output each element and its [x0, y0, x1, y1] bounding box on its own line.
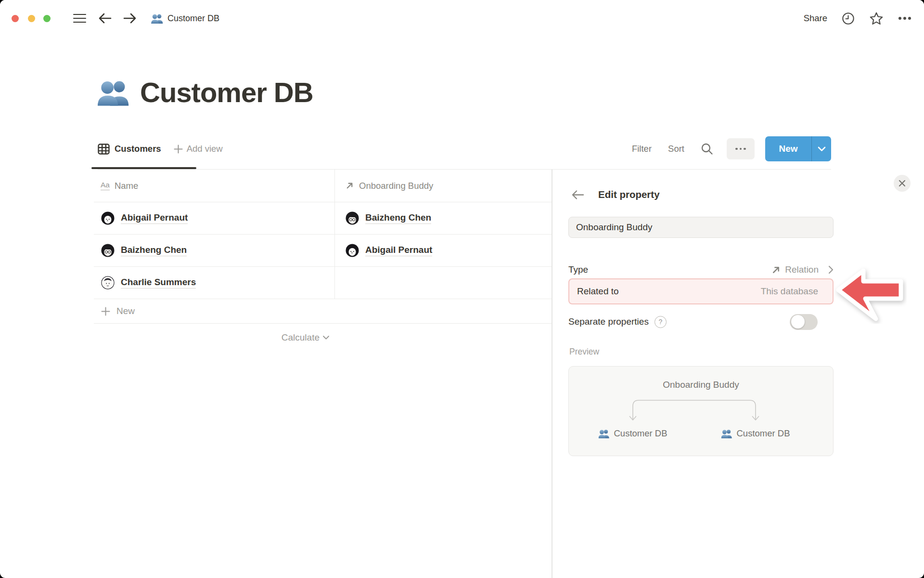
- sidebar-menu-button[interactable]: [71, 0, 88, 37]
- buddy-cell[interactable]: Abigail Pernaut: [334, 244, 432, 257]
- add-view-button[interactable]: Add view: [174, 144, 223, 154]
- preview-property-name: Onboarding Buddy: [569, 380, 833, 390]
- breadcrumb-label: Customer DB: [167, 13, 219, 24]
- preview-database-left: Customer DB: [598, 428, 667, 439]
- arrow-right-icon: [123, 12, 137, 25]
- column-header-onboarding-buddy[interactable]: Onboarding Buddy: [334, 181, 433, 191]
- avatar: [101, 211, 115, 225]
- notion-window: Customer DB Share Customer DB: [0, 0, 924, 578]
- table-row: Abigail Pernaut Baizheng Chen: [94, 202, 552, 235]
- calculate-label: Calculate: [282, 332, 320, 343]
- calculate-button[interactable]: Calculate: [282, 332, 334, 343]
- preview-database-left-label: Customer DB: [614, 428, 667, 439]
- close-window-button[interactable]: [12, 15, 19, 22]
- separate-properties-row: Separate properties ?: [568, 312, 834, 331]
- column-divider: [334, 202, 335, 234]
- more-options-icon[interactable]: [898, 16, 911, 20]
- panel-close-button[interactable]: [894, 175, 911, 192]
- separate-properties-toggle[interactable]: [790, 314, 818, 330]
- table-row: Baizheng Chen Abigail Pernaut: [94, 235, 552, 267]
- hamburger-icon: [73, 11, 86, 25]
- tab-customers-label: Customers: [115, 144, 161, 154]
- help-icon[interactable]: ?: [654, 316, 667, 328]
- zoom-window-button[interactable]: [43, 15, 51, 22]
- chevron-down-icon: [322, 335, 330, 340]
- type-value: Relation: [785, 264, 819, 275]
- nav-forward-button[interactable]: [121, 0, 139, 37]
- panel-title: Edit property: [598, 189, 660, 200]
- avatar: [101, 276, 115, 289]
- table-view-icon: [98, 144, 110, 155]
- property-name-input[interactable]: [568, 217, 834, 238]
- plus-icon: [101, 307, 110, 316]
- chevron-right-icon: [828, 265, 834, 274]
- separate-properties-label: Separate properties: [568, 316, 649, 327]
- people-icon: [98, 78, 129, 107]
- new-record-dropdown[interactable]: [812, 136, 831, 161]
- column-divider: [334, 267, 335, 299]
- name-cell[interactable]: Charlie Summers: [94, 276, 196, 289]
- people-icon: [598, 429, 609, 439]
- view-toolbar: Customers Add view Filter Sort New: [98, 136, 831, 161]
- record-name[interactable]: Baizheng Chen: [365, 212, 431, 224]
- avatar: [346, 244, 359, 257]
- relation-icon: [771, 265, 781, 275]
- favorite-star-icon[interactable]: [869, 12, 884, 26]
- search-icon[interactable]: [701, 143, 713, 155]
- page-header: Customer DB: [98, 76, 313, 108]
- relation-icon: [345, 181, 354, 190]
- arrow-left-icon: [98, 12, 112, 25]
- view-options-button[interactable]: [727, 138, 755, 159]
- column-name-label: Name: [115, 181, 138, 191]
- filter-button[interactable]: Filter: [632, 144, 652, 154]
- dots-icon: [735, 148, 738, 150]
- preview-section-label: Preview: [569, 347, 599, 357]
- record-name[interactable]: Abigail Pernaut: [121, 212, 188, 224]
- related-to-row[interactable]: Related to This database: [568, 278, 834, 304]
- calculate-row: Calculate: [94, 324, 334, 352]
- close-icon: [898, 180, 906, 187]
- relation-bracket-icon: [626, 394, 765, 422]
- buddy-cell[interactable]: Baizheng Chen: [334, 211, 431, 225]
- add-row-button[interactable]: New: [94, 299, 552, 324]
- plus-icon: [174, 144, 183, 154]
- share-button[interactable]: Share: [804, 13, 827, 24]
- database-table: Aa Name Onboarding Buddy Abigail Pernaut: [94, 170, 552, 352]
- active-tab-underline: [91, 167, 196, 169]
- record-name[interactable]: Abigail Pernaut: [365, 245, 432, 256]
- column-divider: [334, 170, 335, 202]
- property-type-row[interactable]: Type Relation: [568, 260, 834, 279]
- record-name[interactable]: Charlie Summers: [121, 277, 196, 289]
- related-to-value: This database: [761, 286, 818, 297]
- add-row-label: New: [116, 306, 135, 316]
- text-property-icon: Aa: [101, 181, 110, 190]
- record-name[interactable]: Baizheng Chen: [121, 245, 187, 256]
- toggle-knob: [791, 315, 805, 328]
- sort-button[interactable]: Sort: [668, 144, 684, 154]
- arrow-left-icon: [571, 189, 584, 200]
- page-title[interactable]: Customer DB: [140, 76, 313, 108]
- minimize-window-button[interactable]: [28, 15, 35, 22]
- type-label: Type: [568, 264, 588, 275]
- column-divider: [334, 235, 335, 266]
- nav-back-button[interactable]: [96, 0, 114, 37]
- related-to-label: Related to: [577, 286, 619, 297]
- column-header-name[interactable]: Aa Name: [94, 181, 138, 191]
- add-view-label: Add view: [187, 144, 223, 154]
- clock-icon[interactable]: [842, 12, 855, 25]
- name-cell[interactable]: Abigail Pernaut: [94, 211, 188, 225]
- people-icon: [151, 13, 163, 24]
- new-record-button[interactable]: New: [765, 136, 831, 161]
- name-cell[interactable]: Baizheng Chen: [94, 244, 187, 257]
- chevron-down-icon: [818, 146, 826, 152]
- titlebar: Customer DB Share: [0, 0, 924, 37]
- new-record-label[interactable]: New: [765, 136, 811, 161]
- panel-back-button[interactable]: [569, 186, 586, 203]
- people-icon: [721, 429, 732, 439]
- preview-database-right-label: Customer DB: [736, 428, 790, 439]
- edit-property-panel: Edit property Type Relation Related to T…: [552, 170, 924, 578]
- avatar: [101, 244, 115, 257]
- column-buddy-label: Onboarding Buddy: [359, 181, 433, 191]
- tab-customers[interactable]: Customers: [98, 144, 161, 155]
- breadcrumb[interactable]: Customer DB: [151, 0, 219, 37]
